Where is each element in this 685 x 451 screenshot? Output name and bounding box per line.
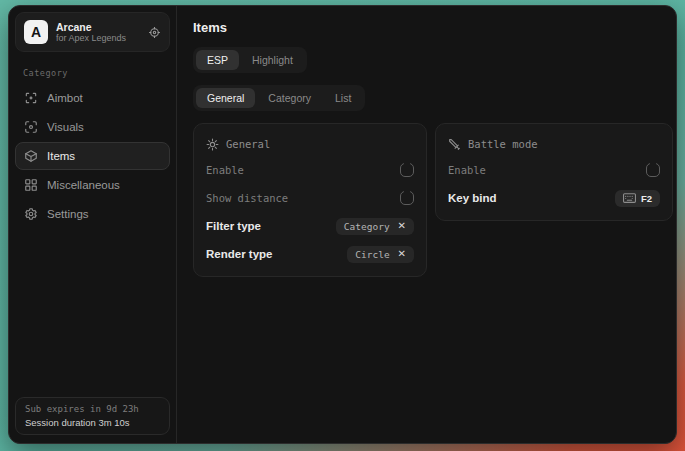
clear-icon[interactable]: ✕ [398, 249, 406, 259]
sub-tab-group: GeneralCategoryList [193, 85, 365, 111]
setting-label: Enable [448, 164, 486, 176]
keyboard-icon [623, 193, 636, 203]
sidebar-item-items[interactable]: Items [15, 142, 170, 170]
crosshair-icon [24, 91, 38, 105]
setting-row: Enable [206, 158, 414, 182]
app-logo: A [24, 20, 48, 44]
sun-icon [206, 138, 219, 151]
app-name: Arcane [56, 21, 140, 33]
sidebar-item-label: Miscellaneous [47, 179, 120, 191]
app-subtitle: for Apex Legends [56, 33, 140, 43]
tab-esp[interactable]: ESP [196, 50, 239, 70]
keybind-value: F2 [641, 193, 652, 204]
checkbox-show-distance[interactable] [400, 191, 414, 205]
panel-battle-mode: Battle modeEnableKey bindF2 [435, 123, 673, 221]
sword-icon [448, 138, 461, 151]
sidebar-item-label: Aimbot [47, 92, 83, 104]
select-render-type[interactable]: Circle✕ [347, 246, 414, 263]
subtab-category[interactable]: Category [257, 88, 322, 108]
mode-tab-group: ESPHighlight [193, 47, 307, 73]
sub-expires-text: Sub expires in 9d 23h [25, 404, 160, 414]
tab-highlight[interactable]: Highlight [241, 50, 304, 70]
subtab-list[interactable]: List [324, 88, 362, 108]
setting-label: Key bind [448, 192, 497, 204]
setting-label: Render type [206, 248, 272, 260]
select-value: Circle [355, 249, 389, 260]
setting-label: Show distance [206, 192, 288, 204]
app-window: A Arcane for Apex Legends Category Aimbo… [8, 5, 677, 444]
setting-row: Key bindF2 [448, 186, 660, 210]
select-value: Category [344, 221, 390, 232]
setting-row: Filter typeCategory✕ [206, 214, 414, 238]
sidebar-nav: AimbotVisualsItemsMiscellaneousSettings [15, 84, 170, 228]
setting-row: Render typeCircle✕ [206, 242, 414, 266]
setting-label: Enable [206, 164, 244, 176]
checkbox-enable[interactable] [400, 163, 414, 177]
session-duration-text: Session duration 3m 10s [25, 417, 160, 428]
panel-title: General [226, 138, 270, 150]
subtab-general[interactable]: General [196, 88, 255, 108]
setting-label: Filter type [206, 220, 261, 232]
gear-icon [24, 207, 38, 221]
select-filter-type[interactable]: Category✕ [336, 218, 414, 235]
sidebar-item-visuals[interactable]: Visuals [15, 113, 170, 141]
eye-scan-icon [24, 120, 38, 134]
category-label: Category [23, 68, 170, 78]
clear-icon[interactable]: ✕ [398, 221, 406, 231]
sidebar-item-settings[interactable]: Settings [15, 200, 170, 228]
checkbox-enable[interactable] [646, 163, 660, 177]
panels-area: GeneralEnableShow distanceFilter typeCat… [193, 123, 673, 277]
panel-general: GeneralEnableShow distanceFilter typeCat… [193, 123, 427, 277]
keybind-button[interactable]: F2 [615, 190, 660, 207]
crosshair-icon[interactable] [148, 26, 161, 39]
setting-row: Show distance [206, 186, 414, 210]
sidebar: A Arcane for Apex Legends Category Aimbo… [9, 6, 176, 443]
brand-card: A Arcane for Apex Legends [15, 12, 170, 52]
grid-icon [24, 178, 38, 192]
main-content: Items ESPHighlight GeneralCategoryList G… [177, 6, 677, 443]
sidebar-item-label: Visuals [47, 121, 84, 133]
setting-row: Enable [448, 158, 660, 182]
sidebar-item-aimbot[interactable]: Aimbot [15, 84, 170, 112]
panel-title: Battle mode [468, 138, 538, 150]
subscription-card: Sub expires in 9d 23h Session duration 3… [15, 397, 170, 435]
sidebar-item-miscellaneous[interactable]: Miscellaneous [15, 171, 170, 199]
box-icon [24, 149, 38, 163]
page-title: Items [193, 20, 673, 35]
sidebar-item-label: Settings [47, 208, 89, 220]
sidebar-item-label: Items [47, 150, 75, 162]
